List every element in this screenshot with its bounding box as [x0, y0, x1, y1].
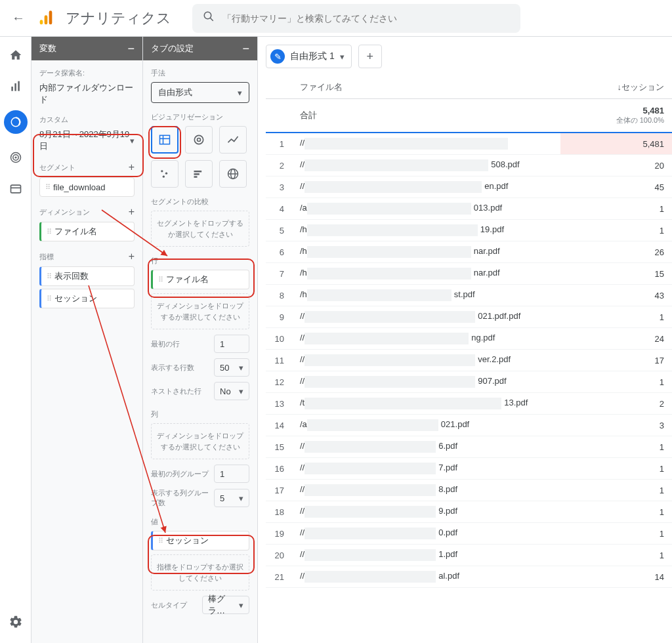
- row-value: 24: [560, 328, 672, 350]
- table-row[interactable]: 16 //7.pdf 1: [266, 458, 672, 480]
- table-row[interactable]: 14 /a021.pdf 3: [266, 415, 672, 436]
- table-row[interactable]: 3 //en.pdf 45: [266, 176, 672, 198]
- technique-select[interactable]: 自由形式▾: [151, 82, 249, 103]
- add-metric-button[interactable]: +: [129, 251, 135, 262]
- row-filename: /hst.pdf: [292, 285, 560, 306]
- celltype-select[interactable]: 棒グラ…▾: [202, 596, 249, 614]
- nested-rows-select[interactable]: No▾: [214, 382, 249, 400]
- variables-panel: 変数 − データ探索名: 内部ファイルダウンロード カスタム 8月21日～202…: [32, 37, 143, 643]
- nav-home-icon[interactable]: [8, 47, 24, 63]
- minimize-icon[interactable]: −: [127, 42, 135, 56]
- back-arrow-icon[interactable]: ←: [10, 10, 26, 26]
- nav-reports-icon[interactable]: [8, 79, 24, 94]
- settings-icon[interactable]: [8, 614, 24, 630]
- rows-label: 行: [151, 256, 249, 266]
- first-col-group-input[interactable]: 1: [214, 465, 249, 483]
- row-filename: /hnar.pdf: [292, 263, 560, 285]
- viz-geo-button[interactable]: [219, 160, 247, 188]
- table-row[interactable]: 7 /hnar.pdf 15: [266, 263, 672, 285]
- svg-rect-6: [14, 83, 16, 91]
- add-segment-button[interactable]: +: [129, 161, 135, 173]
- svg-point-21: [163, 176, 165, 178]
- metric-chip-label: セッション: [54, 293, 97, 304]
- table-row[interactable]: 18 //9.pdf 1: [266, 501, 672, 523]
- row-filename: //907.pdf: [292, 371, 560, 393]
- table-row[interactable]: 5 /h19.pdf 1: [266, 220, 672, 241]
- nav-library-icon[interactable]: [8, 181, 24, 197]
- table-row[interactable]: 13 /t13.pdf 2: [266, 393, 672, 415]
- row-index: 8: [266, 285, 292, 306]
- exploration-name-value[interactable]: 内部ファイルダウンロード: [39, 82, 135, 106]
- search-input[interactable]: [222, 13, 510, 24]
- nested-rows-label: ネストされた行: [151, 386, 211, 396]
- row-index: 14: [266, 415, 292, 436]
- metrics-label: 指標+: [39, 251, 135, 262]
- row-value: 17: [560, 350, 672, 371]
- dimension-chip-label: ファイル名: [54, 226, 97, 238]
- tab-freeform[interactable]: ✎ 自由形式 1 ▾: [266, 45, 352, 68]
- values-dropzone[interactable]: 指標をドロップするか選択してください: [151, 554, 249, 591]
- drag-handle-icon: ⠿: [158, 537, 162, 545]
- row-value: 1: [560, 436, 672, 458]
- segment-chip[interactable]: ⠿file_download: [39, 177, 135, 197]
- rows-chip[interactable]: ⠿ファイル名: [151, 270, 249, 289]
- row-filename: /a013.pdf: [292, 198, 560, 220]
- col-filename[interactable]: ファイル名: [292, 76, 560, 99]
- svg-point-20: [165, 173, 167, 175]
- table-row[interactable]: 8 /hst.pdf 43: [266, 285, 672, 306]
- viz-table-button[interactable]: [151, 126, 178, 154]
- rows-dropzone[interactable]: ディメンションをドロップするか選択してください: [151, 293, 249, 329]
- viz-line-button[interactable]: [219, 126, 247, 154]
- table-row[interactable]: 11 //ver.2.pdf 17: [266, 350, 672, 371]
- row-index: 17: [266, 480, 292, 501]
- metric-chip-sessions[interactable]: ⠿セッション: [39, 289, 135, 308]
- table-row[interactable]: 1 // 5,481: [266, 133, 672, 155]
- row-value: 1: [560, 545, 672, 566]
- table-row[interactable]: 4 /a013.pdf 1: [266, 198, 672, 220]
- viz-scatter-button[interactable]: [151, 160, 178, 188]
- values-chip[interactable]: ⠿セッション: [151, 531, 249, 550]
- show-col-groups-select[interactable]: 5▾: [214, 489, 249, 507]
- svg-line-4: [210, 18, 213, 21]
- dimension-chip[interactable]: ⠿ファイル名: [39, 222, 135, 241]
- svg-rect-23: [194, 173, 200, 175]
- nav-target-icon[interactable]: [8, 150, 24, 165]
- viz-bar-button[interactable]: [185, 160, 213, 188]
- date-range-picker[interactable]: 8月21日～2022年9月19日 ▾: [39, 129, 135, 152]
- add-tab-button[interactable]: +: [358, 45, 382, 68]
- metric-chip-views[interactable]: ⠿表示回数: [39, 266, 135, 286]
- table-row[interactable]: 20 //1.pdf 1: [266, 545, 672, 566]
- date-range-value: 8月21日～2022年9月19日: [39, 129, 130, 152]
- table-row[interactable]: 15 //6.pdf 1: [266, 436, 672, 458]
- table-row[interactable]: 21 //al.pdf 14: [266, 566, 672, 588]
- chevron-down-icon: ▾: [239, 363, 243, 373]
- table-row[interactable]: 2 //508.pdf 20: [266, 155, 672, 176]
- show-rows-select[interactable]: 50▾: [214, 358, 249, 377]
- tab-settings-header: タブの設定 −: [143, 37, 257, 60]
- table-row[interactable]: 10 //ng.pdf 24: [266, 328, 672, 350]
- columns-dropzone[interactable]: ディメンションをドロップするか選択してください: [151, 423, 249, 459]
- col-sessions[interactable]: ↓セッション: [560, 76, 672, 99]
- table-row[interactable]: 9 //021.pdf.pdf 1: [266, 306, 672, 328]
- drag-handle-icon: ⠿: [158, 276, 162, 284]
- search-box[interactable]: [192, 4, 520, 33]
- add-dimension-button[interactable]: +: [129, 206, 135, 218]
- columns-label: 列: [151, 409, 249, 419]
- table-row[interactable]: 6 /hnar.pdf 26: [266, 241, 672, 263]
- first-row-input[interactable]: 1: [214, 335, 249, 353]
- nav-explore-icon[interactable]: [4, 110, 28, 134]
- minimize-icon[interactable]: −: [242, 42, 249, 56]
- row-index: 2: [266, 155, 292, 176]
- row-value: 1: [560, 458, 672, 480]
- row-index: 5: [266, 220, 292, 241]
- table-row[interactable]: 19 //0.pdf 1: [266, 523, 672, 545]
- row-value: 1: [560, 371, 672, 393]
- viz-donut-button[interactable]: [185, 126, 213, 154]
- table-row[interactable]: 12 //907.pdf 1: [266, 371, 672, 393]
- dimensions-label: ディメンション+: [39, 206, 135, 218]
- row-filename: //ver.2.pdf: [292, 350, 560, 371]
- table-row[interactable]: 17 //8.pdf 1: [266, 480, 672, 501]
- row-index: 11: [266, 350, 292, 371]
- segment-compare-dropzone[interactable]: セグメントをドロップするか選択してください: [151, 211, 249, 247]
- chevron-down-icon[interactable]: ▾: [340, 52, 345, 62]
